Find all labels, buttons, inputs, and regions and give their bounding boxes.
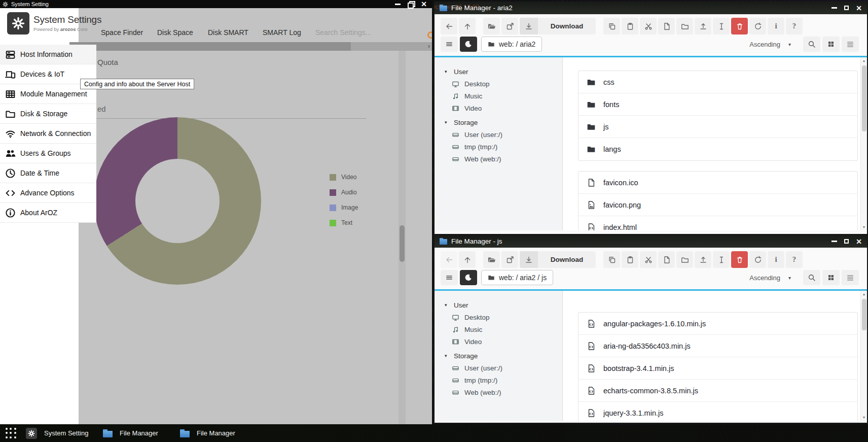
grid-view-button[interactable] bbox=[822, 37, 840, 52]
tree-item[interactable]: ▾ Storage bbox=[445, 116, 562, 128]
upload-button[interactable] bbox=[695, 251, 711, 268]
scroll-down-icon[interactable]: ▾ bbox=[861, 225, 867, 229]
rename-button[interactable] bbox=[713, 18, 730, 35]
cut-button[interactable] bbox=[640, 251, 657, 268]
tree-item[interactable]: ▾ tmp (tmp:/) bbox=[445, 141, 562, 153]
info-button[interactable]: i bbox=[768, 251, 784, 268]
settings-menu-item[interactable]: About ArOZ bbox=[0, 203, 96, 223]
folder-row[interactable]: fonts bbox=[578, 93, 857, 116]
help-button[interactable]: ? bbox=[786, 251, 803, 268]
scrollbar-thumb[interactable] bbox=[69, 42, 351, 51]
taskbar-item-file-manager-1[interactable]: File Manager bbox=[103, 424, 158, 442]
file-row[interactable]: favicon.ico bbox=[578, 172, 857, 194]
menu-button[interactable] bbox=[441, 37, 458, 52]
back-button[interactable] bbox=[441, 18, 457, 35]
folder-row[interactable]: css bbox=[578, 71, 857, 93]
tree-item[interactable]: ▾ tmp (tmp:/) bbox=[445, 374, 562, 386]
new-file-button[interactable] bbox=[658, 251, 675, 268]
help-button[interactable]: ? bbox=[786, 18, 803, 35]
minimize-button[interactable] bbox=[831, 7, 837, 9]
scroll-up-icon[interactable]: ▴ bbox=[861, 292, 867, 296]
tree-item[interactable]: ▾ Web (web:/) bbox=[445, 386, 562, 398]
settings-titlebar[interactable]: System Setting ✕ bbox=[0, 0, 432, 8]
app-launcher-button[interactable] bbox=[6, 428, 17, 439]
open-in-new-button[interactable] bbox=[501, 251, 518, 268]
file-list-scrollbar[interactable]: ▴ ▾ bbox=[860, 57, 867, 230]
scroll-up-icon[interactable]: ▴ bbox=[861, 58, 867, 63]
close-button[interactable]: ✕ bbox=[421, 1, 427, 8]
breadcrumb[interactable]: web: / aria2 bbox=[481, 37, 542, 52]
list-view-button[interactable] bbox=[842, 270, 859, 285]
settings-menu-item[interactable]: Advance Options bbox=[0, 183, 96, 203]
up-button[interactable] bbox=[459, 18, 476, 35]
chevron-right-icon[interactable]: › bbox=[428, 42, 430, 51]
info-button[interactable]: i bbox=[768, 18, 784, 35]
paste-button[interactable] bbox=[622, 251, 638, 268]
tab-disk-smart[interactable]: Disk SMART bbox=[208, 28, 248, 37]
settings-menu-item[interactable]: Users & Groups bbox=[0, 144, 96, 163]
file-row[interactable]: bootstrap-3.4.1.min.js bbox=[578, 357, 857, 380]
settings-menu-item[interactable]: Date & Time bbox=[0, 163, 96, 183]
close-button[interactable]: ✕ bbox=[856, 5, 862, 12]
scroll-down-icon[interactable]: ▾ bbox=[861, 415, 867, 420]
new-folder-button[interactable] bbox=[676, 18, 693, 35]
tab-smart-log[interactable]: SMART Log bbox=[263, 28, 301, 37]
settings-menu-item[interactable]: Network & Connection bbox=[0, 124, 96, 144]
tree-item[interactable]: ▾ User bbox=[445, 299, 562, 311]
upload-button[interactable] bbox=[695, 18, 711, 35]
dark-mode-toggle[interactable] bbox=[460, 37, 477, 52]
open-in-new-button[interactable] bbox=[501, 18, 518, 35]
copy-button[interactable] bbox=[603, 251, 620, 268]
file-row[interactable]: jquery-3.3.1.min.js bbox=[578, 402, 857, 421]
folder-row[interactable]: js bbox=[578, 116, 857, 138]
folder-row[interactable]: langs bbox=[578, 138, 857, 160]
cut-button[interactable] bbox=[640, 18, 657, 35]
tab-space-finder[interactable]: Space Finder bbox=[101, 28, 143, 37]
taskbar-item-file-manager-2[interactable]: File Manager bbox=[180, 424, 235, 442]
up-button[interactable] bbox=[459, 251, 476, 268]
tree-item[interactable]: ▾ Video bbox=[445, 102, 562, 114]
maximize-button[interactable] bbox=[844, 239, 849, 244]
tree-item[interactable]: ▾ Music bbox=[445, 90, 562, 102]
search-button[interactable] bbox=[803, 37, 820, 52]
rename-button[interactable] bbox=[713, 251, 730, 268]
scrollbar-thumb[interactable] bbox=[862, 299, 866, 330]
settings-menu-item[interactable]: Disk & Storage bbox=[0, 104, 96, 124]
scrollbar-thumb[interactable] bbox=[400, 225, 405, 262]
minimize-button[interactable] bbox=[395, 4, 401, 5]
file-list-scrollbar[interactable]: ▴ ▾ bbox=[860, 291, 867, 421]
fm-titlebar[interactable]: October 16 18:09 File Manager - aria2 ✕ bbox=[435, 2, 867, 14]
copy-button[interactable] bbox=[603, 18, 620, 35]
taskbar-item-system-setting[interactable]: System Setting bbox=[26, 424, 88, 442]
tree-item[interactable]: ▾ User bbox=[445, 65, 562, 78]
file-row[interactable]: aria-ng-da5356c403.min.js bbox=[578, 335, 857, 357]
close-button[interactable]: ✕ bbox=[856, 238, 862, 245]
settings-menu-item[interactable]: Host Information bbox=[0, 45, 96, 64]
tab-disk-space[interactable]: Disk Space bbox=[157, 28, 193, 37]
list-view-button[interactable] bbox=[842, 37, 859, 52]
file-row[interactable]: echarts-common-3.8.5.min.js bbox=[578, 380, 857, 402]
search-button[interactable] bbox=[803, 270, 820, 285]
download-button[interactable]: Download bbox=[520, 251, 596, 268]
menu-button[interactable] bbox=[441, 270, 458, 285]
new-file-button[interactable] bbox=[658, 18, 675, 35]
tree-item[interactable]: ▾ User (user:/) bbox=[445, 362, 562, 374]
search-settings-input[interactable]: Search Settings... bbox=[315, 28, 376, 37]
delete-button[interactable] bbox=[731, 251, 748, 268]
tree-item[interactable]: ▾ Music bbox=[445, 323, 562, 335]
dark-mode-toggle[interactable] bbox=[460, 270, 477, 285]
tree-item[interactable]: ▾ Desktop bbox=[445, 78, 562, 90]
new-folder-button[interactable] bbox=[676, 251, 693, 268]
breadcrumb[interactable]: web: / aria2 / js bbox=[481, 270, 553, 285]
tabs-horizontal-scrollbar[interactable]: › bbox=[69, 42, 432, 51]
back-button[interactable] bbox=[441, 251, 457, 268]
tree-item[interactable]: ▾ User (user:/) bbox=[445, 128, 562, 141]
sort-order-select[interactable]: Ascending ▾ bbox=[744, 270, 796, 285]
refresh-button[interactable] bbox=[749, 251, 766, 268]
content-vertical-scrollbar[interactable] bbox=[399, 51, 406, 424]
restore-button[interactable] bbox=[408, 1, 414, 7]
download-button[interactable]: Download bbox=[520, 18, 596, 35]
tree-item[interactable]: ▾ Storage bbox=[445, 350, 562, 362]
scrollbar-thumb[interactable] bbox=[862, 65, 866, 131]
refresh-button[interactable] bbox=[749, 18, 766, 35]
